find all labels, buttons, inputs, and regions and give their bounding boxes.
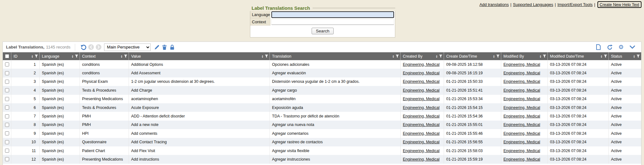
header-value[interactable]: Value ▲▼ [129,52,269,60]
created-by-link[interactable]: Engineering, Medical [403,97,440,101]
next-icon[interactable] [95,43,102,51]
header-created-by[interactable]: Created By ▲▼ [400,52,444,60]
modified-by-link[interactable]: Engineering, Medical [503,71,540,75]
header-status[interactable]: Status ▲▼ [608,52,641,60]
filter-icon[interactable] [265,54,268,58]
header-label: Translation [272,54,392,59]
context-input[interactable] [271,19,394,25]
row-checkbox[interactable] [5,140,9,144]
filter-icon[interactable] [604,54,607,58]
filter-icon[interactable] [396,54,399,58]
filter-icon[interactable] [543,54,546,58]
sort-icon[interactable]: ▲▼ [436,55,438,58]
header-modified-datetime[interactable]: Modified Date/Time ▲▼ [547,52,608,60]
created-by-link[interactable]: Engineering, Medical [403,140,440,144]
filter-icon[interactable] [439,54,442,58]
sort-icon[interactable]: ▲▼ [540,55,541,58]
modified-by-link[interactable]: Engineering, Medical [503,97,540,101]
search-button[interactable]: Search [312,28,334,34]
header-create-datetime[interactable]: Create Date/Time ▲▼ [444,52,501,60]
row-checkbox[interactable] [5,62,9,66]
modified-by-link[interactable]: Engineering, Medical [503,149,540,153]
modified-by-link[interactable]: Engineering, Medical [503,79,540,84]
lock-icon[interactable] [168,43,176,51]
filter-icon[interactable] [496,54,500,58]
delete-trash-icon[interactable] [161,43,168,51]
created-by-link[interactable]: Engineering, Medical [403,149,440,153]
table-row[interactable]: 2 Spanish (es) conditions Add Assessment… [3,69,641,77]
previous-icon[interactable] [87,43,95,51]
modified-by-link[interactable]: Engineering, Medical [503,131,540,136]
sort-icon[interactable]: ▲▼ [601,55,602,58]
modified-by-link[interactable]: Engineering, Medical [503,157,540,162]
filter-icon[interactable] [35,54,38,58]
modified-by-link[interactable]: Engineering, Medical [503,122,540,127]
table-row[interactable]: 10 Spanish (es) Questionnaire Add Contac… [3,138,641,146]
header-language[interactable]: Language ▲▼ [39,52,80,60]
row-checkbox[interactable] [5,88,9,92]
perspective-select[interactable]: Main Perspective [104,43,151,51]
refresh-icon[interactable] [606,43,613,51]
link-create-new-help-text-box[interactable]: Create New Help Text [597,1,641,8]
row-checkbox[interactable] [5,123,9,127]
header-modified-by[interactable]: Modified By ▲▼ [501,52,547,60]
table-row[interactable]: 1 Spanish (es) conditions Additional Opt… [3,60,641,69]
row-checkbox[interactable] [5,71,9,75]
sort-icon[interactable]: ▲▼ [633,55,635,58]
header-context[interactable]: Context ▲▼ [80,52,129,60]
modified-by-link[interactable]: Engineering, Medical [503,62,540,67]
created-by-link[interactable]: Engineering, Medical [403,62,440,67]
table-row[interactable]: 6 Spanish (es) Tests & Procedures Acute … [3,103,641,112]
select-all-checkbox[interactable] [5,54,9,58]
row-checkbox[interactable] [5,105,9,110]
cell-create-datetime: 09-08-2025 16:12:58 [444,60,501,69]
undo-icon[interactable] [80,43,87,51]
created-by-link[interactable]: Engineering, Medical [403,88,440,93]
sort-icon[interactable]: ▲▼ [392,55,394,58]
new-document-icon[interactable] [595,43,602,51]
sort-icon[interactable]: ▲▼ [121,55,123,58]
link-supported-languages[interactable]: Supported Languages [513,2,553,7]
row-checkbox[interactable] [5,131,9,135]
created-by-link[interactable]: Engineering, Medical [403,131,440,136]
modified-by-link[interactable]: Engineering, Medical [503,105,540,110]
language-input[interactable] [271,11,394,18]
collapse-chevron-icon[interactable] [629,43,636,51]
row-checkbox[interactable] [5,157,9,161]
table-row[interactable]: 5 Spanish (es) Presenting Medications ac… [3,95,641,103]
created-by-link[interactable]: Engineering, Medical [403,122,440,127]
table-row[interactable]: 3 Spanish (es) Physical Exam 1-2 cm jugu… [3,77,641,86]
header-translation[interactable]: Translation ▲▼ [269,52,400,60]
sort-icon[interactable]: ▲▼ [72,55,74,58]
settings-gear-icon[interactable]: ⚙ [617,43,625,51]
table-row[interactable]: 4 Spanish (es) Tests & Procedures Add Ch… [3,86,641,94]
row-checkbox[interactable] [5,80,9,84]
row-checkbox[interactable] [5,149,9,153]
created-by-link[interactable]: Engineering, Medical [403,114,440,118]
table-row[interactable]: 12 Spanish (es) Presenting Medications A… [3,155,641,163]
table-row[interactable]: 7 Spanish (es) PMH ADD - Attention defic… [3,112,641,120]
table-row[interactable]: 8 Spanish (es) PMH Add a new note Agrega… [3,121,641,129]
header-id[interactable]: ID ▲▼ [11,52,39,60]
table-row[interactable]: 9 Spanish (es) HPI Add comments Agregar … [3,129,641,138]
sort-icon[interactable]: ▲▼ [493,55,495,58]
filter-icon[interactable] [636,54,640,58]
modified-by-link[interactable]: Engineering, Medical [503,88,540,93]
created-by-link[interactable]: Engineering, Medical [403,157,440,162]
filter-icon[interactable] [124,54,127,58]
created-by-link[interactable]: Engineering, Medical [403,71,440,75]
table-row[interactable]: 11 Spanish (es) Patient Chart Add Flex V… [3,146,641,155]
row-checkbox[interactable] [5,97,9,101]
modified-by-link[interactable]: Engineering, Medical [503,140,540,144]
edit-pencil-icon[interactable] [153,43,161,51]
row-checkbox[interactable] [5,114,9,118]
link-import-export-tools[interactable]: Import/Export Tools [558,2,593,7]
created-by-link[interactable]: Engineering, Medical [403,79,440,84]
link-add-translations[interactable]: Add translations [480,2,509,7]
link-create-new-help-text[interactable]: Create New Help Text [600,2,639,7]
filter-icon[interactable] [75,54,78,58]
sort-icon[interactable]: ▲▼ [31,55,33,58]
sort-icon[interactable]: ▲▼ [262,55,264,58]
created-by-link[interactable]: Engineering, Medical [403,105,440,110]
modified-by-link[interactable]: Engineering, Medical [503,114,540,118]
